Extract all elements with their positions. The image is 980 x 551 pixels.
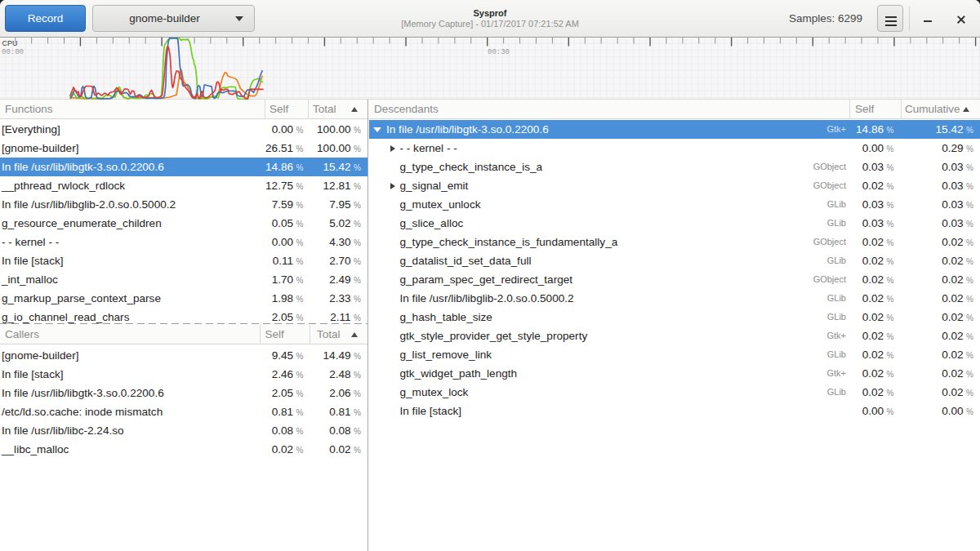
svg-text:CPU: CPU [2, 39, 18, 47]
svg-text:00:00: 00:00 [2, 48, 24, 56]
svg-text:00:30: 00:30 [488, 48, 510, 56]
